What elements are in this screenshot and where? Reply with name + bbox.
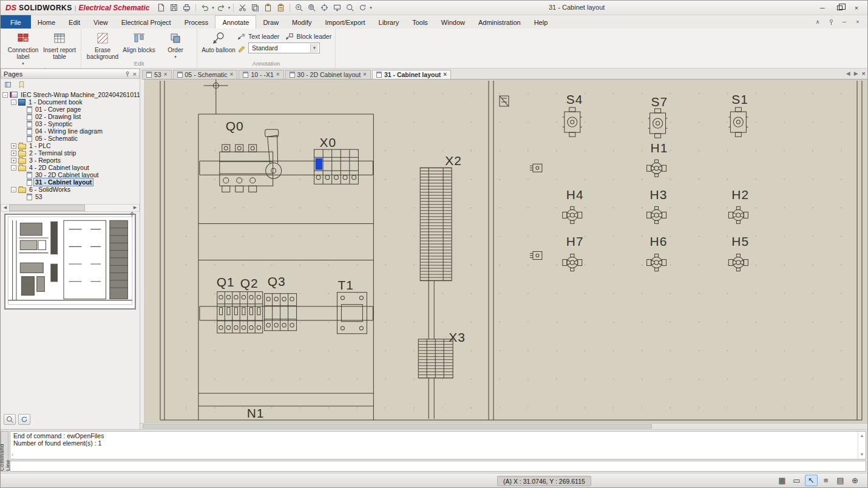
tab-administration[interactable]: Administration	[472, 15, 527, 29]
scroll-down-icon[interactable]: ▼	[860, 451, 864, 458]
tab-30-2d-cabinet-layout[interactable]: 30 - 2D Cabinet layout×	[285, 70, 371, 79]
web-icon[interactable]: ⊕	[849, 475, 861, 486]
paste-special-icon[interactable]	[275, 2, 287, 13]
print-icon[interactable]	[181, 2, 192, 13]
tree-toggle[interactable]: +	[11, 143, 16, 149]
scrollbar-thumb[interactable]	[9, 205, 85, 211]
tree-item-schematic[interactable]: 05 - Schematic	[1, 135, 140, 142]
tabs-scroll-left-icon[interactable]: ◀	[846, 70, 850, 76]
sheet-icon[interactable]: ▤	[834, 475, 847, 486]
tree-toggle[interactable]: -	[2, 92, 8, 98]
tab-close-icon[interactable]: ×	[276, 72, 280, 78]
tab-edit[interactable]: Edit	[62, 15, 87, 29]
tree-item-31-cabinet-layout[interactable]: 31 - Cabinet layout	[1, 178, 140, 186]
tree-item-reports[interactable]: +3 - Reports	[1, 157, 140, 164]
tree-toggle[interactable]: -	[11, 165, 16, 171]
align-blocks-button[interactable]: Align blocks	[121, 30, 157, 53]
preview-refresh-icon[interactable]	[18, 414, 30, 425]
tab-import-export[interactable]: Import/Export	[319, 15, 372, 29]
preview-zoom-icon[interactable]	[4, 414, 16, 425]
tab-home[interactable]: Home	[31, 15, 62, 29]
undo-icon[interactable]	[199, 2, 211, 13]
drawing-viewport[interactable]: Q0 X0 X2 Q1 Q2 Q3 T1 X3 N1 S4 S7 S1 H1 H…	[140, 79, 867, 423]
tab-close-icon[interactable]: ×	[164, 72, 168, 78]
linetype-icon[interactable]: ≡	[819, 475, 832, 486]
command-history[interactable]: End of command : ewOpenFiles Number of f…	[10, 431, 866, 459]
toolbar-more-icon[interactable]: ▾	[370, 5, 372, 10]
selected-terminal[interactable]	[316, 158, 322, 170]
zoom-window-icon[interactable]	[306, 2, 317, 13]
pin-icon[interactable]	[826, 17, 836, 27]
undo-caret-icon[interactable]: ▾	[212, 5, 214, 10]
tree-item-terminal-strip[interactable]: +2 - Terminal strip	[1, 149, 140, 157]
zoom-in-icon[interactable]	[293, 2, 305, 13]
tab-help[interactable]: Help	[527, 15, 555, 29]
restore-button[interactable]	[831, 2, 848, 14]
save-icon[interactable]	[168, 2, 180, 13]
tab-10-x1[interactable]: 10 - -X1×	[239, 70, 283, 79]
tree-item-solidworks[interactable]: -6 - SolidWorks	[1, 186, 140, 193]
tree-item-wiring-line-diagram[interactable]: 04 - Wiring line diagram	[1, 127, 140, 135]
erase-background-button[interactable]: Erase background	[85, 30, 120, 60]
collapse-ribbon-icon[interactable]: ∧	[813, 17, 822, 27]
scroll-up-icon[interactable]: ▲	[860, 432, 864, 439]
history-scroll-left-icon[interactable]: ‹	[12, 452, 13, 459]
tab-annotate[interactable]: Annotate	[215, 15, 256, 29]
command-line-tab[interactable]: Command Line	[1, 431, 8, 472]
panel-close-icon[interactable]: ×	[133, 70, 137, 78]
pages-horizontal-scrollbar[interactable]: ◀ ▶	[1, 204, 140, 212]
tree-item-cover-page[interactable]: 01 - Cover page	[1, 106, 140, 113]
auto-balloon-button[interactable]: Auto balloon	[201, 30, 236, 53]
scroll-left-icon[interactable]: ◀	[1, 205, 9, 211]
tabs-close-icon[interactable]: ×	[862, 70, 866, 77]
book-view-icon[interactable]	[2, 79, 14, 90]
order-button[interactable]: Order ▾	[158, 30, 193, 60]
tab-close-icon[interactable]: ×	[363, 72, 367, 78]
text-leader-button[interactable]: Text leader	[237, 32, 279, 41]
refresh-icon[interactable]	[357, 2, 368, 13]
cut-icon[interactable]	[237, 2, 248, 13]
page-thumbnail-preview[interactable]	[1, 212, 140, 313]
tab-31-cabinet-layout[interactable]: 31 - Cabinet layout×	[372, 70, 451, 79]
ortho-toggle-icon[interactable]: ▭	[790, 475, 803, 486]
tree-toggle[interactable]: -	[11, 100, 16, 105]
component-x2[interactable]	[420, 168, 452, 280]
drawing-horizontal-scrollbar[interactable]	[140, 423, 867, 429]
tab-close-icon[interactable]: ×	[443, 72, 447, 78]
minimize-button[interactable]: ─	[814, 2, 831, 14]
tree-item-53[interactable]: 53	[1, 193, 140, 200]
tab-view[interactable]: View	[87, 15, 115, 29]
pointer-mode-icon[interactable]: ↖	[805, 475, 818, 486]
new-document-icon[interactable]	[155, 2, 167, 13]
thumbnail-pin-icon[interactable]	[129, 212, 135, 217]
tab-file[interactable]: File	[1, 15, 31, 29]
tree-item-2d-cabinet-layout-folder[interactable]: -4 - 2D Cabinet layout	[1, 164, 140, 171]
block-leader-button[interactable]: Block leader	[285, 32, 331, 41]
copy-icon[interactable]	[249, 2, 261, 13]
doc-minimize-icon[interactable]: ─	[839, 17, 849, 27]
redo-icon[interactable]	[215, 2, 227, 13]
tree-toggle[interactable]: +	[11, 158, 16, 163]
tab-electrical-project[interactable]: Electrical Project	[115, 15, 178, 29]
panel-pin-icon[interactable]	[124, 71, 131, 77]
component-x3[interactable]	[418, 339, 453, 378]
tab-tools[interactable]: Tools	[405, 15, 435, 29]
bookmark-view-icon[interactable]	[16, 79, 27, 90]
doc-close-icon[interactable]: ×	[853, 17, 863, 27]
tree-item-drawing-list[interactable]: 02 - Drawing list	[1, 113, 140, 120]
scroll-right-icon[interactable]: ▶	[131, 205, 139, 211]
search-icon[interactable]	[344, 2, 356, 13]
command-input[interactable]	[10, 461, 866, 472]
tree-item-document-book[interactable]: -1 - Document book	[1, 98, 140, 106]
tab-53[interactable]: 53×	[142, 70, 172, 79]
tab-draw[interactable]: Draw	[256, 15, 285, 29]
tree-item-project-root[interactable]: -IEC Strech-Wrap Machine_2024042610112	[1, 91, 140, 98]
paste-icon[interactable]	[262, 2, 274, 13]
tree-item-plc[interactable]: +1 - PLC	[1, 142, 140, 149]
tree-item-synoptic[interactable]: 03 - Synoptic	[1, 120, 140, 127]
tab-modify[interactable]: Modify	[285, 15, 318, 29]
tab-05-schematic[interactable]: 05 - Schematic×	[173, 70, 238, 79]
tree-toggle[interactable]: -	[11, 187, 16, 192]
tree-item-30-2d-cabinet-layout[interactable]: 30 - 2D Cabinet layout	[1, 171, 140, 178]
drawing-canvas[interactable]: Q0 X0 X2 Q1 Q2 Q3 T1 X3 N1 S4 S7 S1 H1 H…	[144, 80, 867, 423]
